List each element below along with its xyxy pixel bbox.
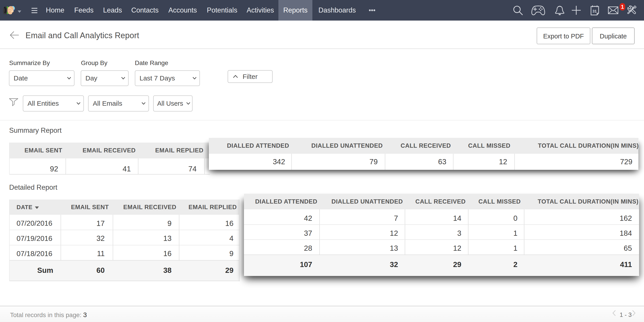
svg-text:31: 31	[592, 9, 597, 13]
